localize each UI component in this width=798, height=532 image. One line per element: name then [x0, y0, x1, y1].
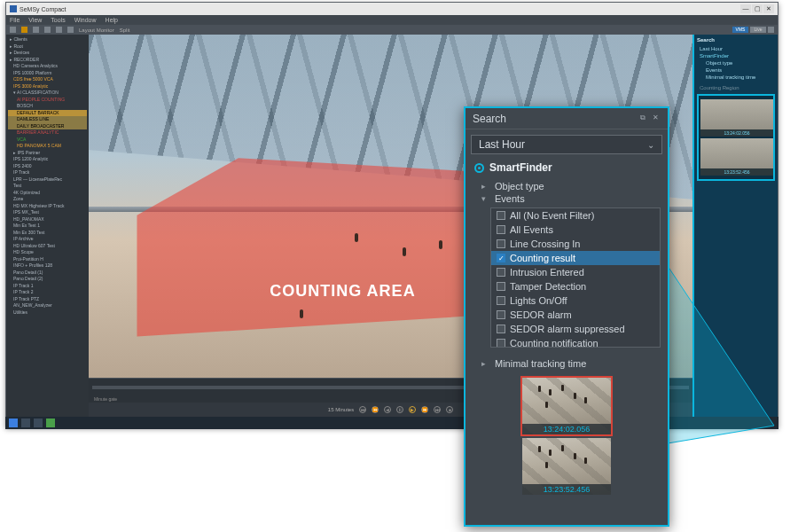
toolbar-icon[interactable]: [56, 27, 62, 33]
tree-node[interactable]: Proi-Partition H: [8, 256, 87, 263]
window-maximize-button[interactable]: ▢: [752, 4, 763, 13]
tree-node[interactable]: BOSCH: [8, 103, 87, 110]
event-option[interactable]: SEDOR alarm suppressed: [491, 322, 660, 336]
tree-node[interactable]: AN_NEW_Analyzer: [8, 302, 87, 309]
event-option[interactable]: Intrusion Entered: [491, 265, 660, 279]
menu-window[interactable]: Window: [74, 17, 97, 23]
tree-node[interactable]: ▸ Clients: [8, 36, 87, 43]
sidebar-thumb[interactable]: 13:24:02.056: [700, 99, 773, 137]
view-tab-live[interactable]: Live: [750, 27, 766, 33]
event-option[interactable]: Counting notification: [491, 336, 660, 348]
tree-node[interactable]: Pano Detail (2): [8, 276, 87, 283]
tree-node[interactable]: LPR — LicensePlateRec: [8, 176, 87, 184]
event-option[interactable]: SEDOR alarm: [491, 308, 660, 322]
tree-node[interactable]: ▸ IPS Partner: [8, 150, 87, 157]
sidebar-item-minimal[interactable]: Minimal tracking time: [697, 74, 775, 81]
section-minimal-tracking[interactable]: Minimal tracking time: [466, 358, 668, 371]
sidebar-smartfinder[interactable]: SmartFinder: [697, 52, 775, 59]
window-close-button[interactable]: ✕: [763, 4, 774, 13]
toolbar-icon[interactable]: [768, 27, 774, 33]
tree-node[interactable]: HD Scope: [8, 249, 87, 256]
tree-node[interactable]: INFO + Profiles 128: [8, 262, 87, 270]
checkbox-icon[interactable]: ✓: [497, 254, 505, 262]
events-list[interactable]: All (No Event Filter)All EventsLine Cros…: [490, 207, 661, 348]
event-option[interactable]: ✓Counting result: [491, 251, 660, 265]
sidebar-thumb[interactable]: 13:23:52.456: [700, 138, 773, 176]
section-object-type[interactable]: Object type: [466, 181, 668, 193]
tree-node[interactable]: Utilities: [8, 309, 87, 317]
event-option[interactable]: Tamper Detection: [491, 279, 660, 293]
tree-node[interactable]: ▸ RECORDER: [8, 57, 87, 64]
tree-node[interactable]: HD PANOMAX 5 CAM: [8, 143, 87, 150]
tree-node[interactable]: HD Cameras Analytics: [8, 63, 87, 70]
checkbox-icon[interactable]: [497, 296, 505, 305]
tree-node[interactable]: Pano Detail (1): [8, 270, 87, 277]
tree-node[interactable]: HD MX Highview IP Track: [8, 203, 87, 210]
playback-speed[interactable]: 15 Minutes: [328, 407, 354, 412]
tree-node[interactable]: IPS MX_Test: [8, 209, 87, 216]
tree-node[interactable]: CDS free 5000 VCA: [8, 76, 87, 83]
menu-view[interactable]: View: [28, 17, 42, 23]
tree-node[interactable]: ▸ Root: [8, 43, 87, 51]
tree-node[interactable]: Zone: [8, 196, 87, 203]
tree-node[interactable]: IPS 3000 Analytic: [8, 83, 87, 90]
checkbox-icon[interactable]: [497, 225, 505, 234]
event-option[interactable]: All Events: [491, 223, 660, 237]
panel-popout-icon[interactable]: ⧉: [638, 113, 648, 124]
toolbar-icon[interactable]: [10, 27, 16, 33]
checkbox-icon[interactable]: [497, 239, 505, 248]
sidebar-last-hour[interactable]: Last Hour: [697, 45, 775, 52]
smartfinder-radio[interactable]: SmartFinder: [466, 156, 668, 181]
device-tree[interactable]: ▸ Clients▸ Root▸ Devices▸ RECORDER HD Ca…: [6, 35, 89, 417]
checkbox-icon[interactable]: [497, 310, 505, 319]
menu-tools[interactable]: Tools: [51, 17, 65, 23]
tree-node[interactable]: VCA: [8, 137, 87, 144]
panel-close-icon[interactable]: ✕: [650, 113, 661, 124]
window-minimize-button[interactable]: —: [740, 4, 751, 13]
toolbar-icon[interactable]: [21, 27, 27, 33]
checkbox-icon[interactable]: [497, 282, 505, 291]
tree-node[interactable]: BARRIER ANALYTIC: [8, 129, 87, 137]
toolbar-icon[interactable]: [67, 27, 74, 33]
checkbox-icon[interactable]: [497, 339, 505, 348]
tree-node[interactable]: IPS 10000 Platform: [8, 70, 87, 77]
taskbar-icon[interactable]: [46, 419, 55, 427]
sidebar-item-events[interactable]: Events: [697, 66, 775, 74]
tree-node[interactable]: IPS 2400: [8, 163, 87, 170]
menu-file[interactable]: File: [10, 17, 20, 23]
pb-stepfwd-button[interactable]: ⏩: [421, 406, 428, 413]
taskbar-icon[interactable]: [34, 419, 43, 427]
pb-stepback-button[interactable]: ◀: [384, 406, 391, 413]
tree-node[interactable]: IPS 1200 Analytic: [8, 156, 87, 163]
tree-node[interactable]: Test: [8, 183, 87, 190]
checkbox-icon[interactable]: [497, 325, 505, 333]
tree-node[interactable]: IP Archive: [8, 236, 87, 243]
tree-node[interactable]: IP Track 1: [8, 283, 87, 290]
view-tab-vms[interactable]: VMS: [732, 27, 748, 33]
pb-ffwd-button[interactable]: ⏭: [434, 406, 441, 413]
pb-first-button[interactable]: ⏮: [359, 406, 366, 413]
tree-node[interactable]: ▾ AI CLASSIFICATION: [8, 90, 87, 97]
checkbox-icon[interactable]: [497, 268, 505, 277]
section-events[interactable]: Events: [466, 193, 668, 206]
event-option[interactable]: All (No Event Filter): [491, 208, 660, 223]
tree-node[interactable]: IP Track: [8, 169, 87, 176]
tree-node[interactable]: DAMLESS LINE: [8, 116, 87, 123]
menu-help[interactable]: Help: [106, 17, 118, 23]
tree-node[interactable]: AI PEOPLE COUNTING: [8, 97, 87, 104]
tree-node[interactable]: HD Ultralow 607 Test: [8, 243, 87, 250]
pb-rewind-button[interactable]: ⏪: [372, 406, 379, 413]
tree-node[interactable]: Min Ex 300 Test: [8, 230, 87, 237]
event-option[interactable]: Line Crossing In: [491, 237, 660, 251]
tree-node[interactable]: IP Track PTZ: [8, 296, 87, 303]
result-thumb[interactable]: 13:23:52.456: [522, 438, 611, 495]
toolbar-icon[interactable]: [33, 27, 39, 33]
tree-node[interactable]: IP Track 2: [8, 289, 87, 296]
tree-node[interactable]: ▸ Devices: [8, 50, 87, 57]
timerange-dropdown[interactable]: Last Hour ⌄: [471, 135, 662, 154]
taskbar-icon[interactable]: [21, 419, 30, 427]
event-option[interactable]: Lights On/Off: [491, 293, 660, 308]
pb-last-button[interactable]: ■: [446, 406, 453, 413]
checkbox-icon[interactable]: [497, 211, 505, 220]
pb-play-button[interactable]: ▶: [409, 406, 416, 413]
